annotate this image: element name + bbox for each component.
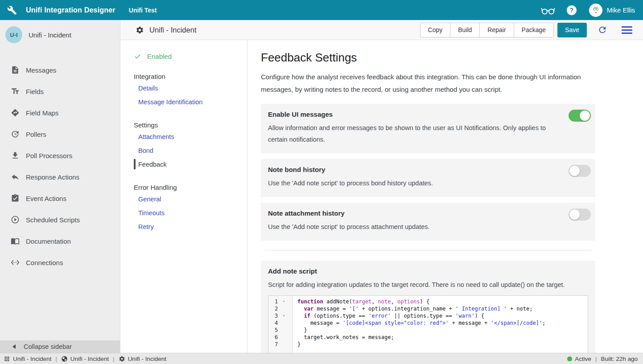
reply-icon — [11, 172, 20, 181]
sidebar-item-documentation[interactable]: Documentation — [0, 230, 120, 252]
built-label: Built: 22h ago — [601, 356, 638, 362]
gear-icon — [136, 26, 144, 34]
sidebar-item-label: Messages — [26, 66, 56, 74]
toggle-on[interactable] — [569, 110, 591, 122]
sidebar-item-scheduled-scripts[interactable]: Scheduled Scripts — [0, 209, 120, 230]
statusbar-item-label: Unifi - Incident — [13, 356, 51, 362]
setting-card-enable-ui-messages: Enable UI messagesAllow information and … — [261, 104, 595, 153]
collapse-arrow-icon — [12, 344, 16, 349]
sidebar-item-label: Event Actions — [26, 195, 66, 202]
page-title: Feedback Settings — [261, 51, 643, 65]
wrench-icon — [7, 5, 17, 15]
collapse-sidebar-button[interactable]: Collapse sidebar — [0, 340, 120, 353]
setting-description: Use the 'Add note script' to process bon… — [268, 177, 549, 189]
sidebar-item-label: Documentation — [26, 237, 71, 245]
sidebar-menu: MessagesFieldsField MapsPollersPoll Proc… — [0, 59, 120, 340]
code-line: var message = '[' + options.integration_… — [297, 305, 584, 312]
update-icon — [11, 130, 20, 139]
nav-link-details[interactable]: Details — [134, 81, 247, 95]
code-editor[interactable]: 1▾23▾4567function addNote(target, note, … — [268, 295, 588, 353]
check-icon — [134, 53, 141, 60]
nav-link-feedback[interactable]: Feedback — [134, 157, 247, 171]
setting-card-note-bond-history: Note bond historyUse the 'Add note scrip… — [261, 159, 595, 197]
save-button[interactable]: Save — [557, 23, 587, 37]
code-line: message = '[code]<span style="color: red… — [297, 319, 584, 327]
setting-card-note-attachment-history: Note attachment historyUse the 'Add note… — [261, 203, 595, 241]
user-name[interactable]: Mike Ellis — [607, 6, 635, 14]
statusbar-item-1[interactable]: Unifi - Incident — [61, 356, 109, 362]
play-circle-icon — [11, 215, 20, 224]
document-icon — [11, 65, 20, 74]
user-avatar[interactable] — [589, 4, 602, 17]
build-status: Active | Built: 22h ago — [567, 356, 638, 362]
nav-link-message-identification[interactable]: Message Identification — [134, 95, 247, 109]
code-line: } — [297, 327, 584, 334]
grid-icon — [4, 356, 10, 362]
setting-description: Use the 'Add note script' to process att… — [268, 221, 549, 233]
nav-link-timeouts[interactable]: Timeouts — [134, 206, 247, 220]
sidebar-item-connections[interactable]: Connections — [0, 252, 120, 273]
gear-icon — [119, 356, 125, 362]
sidebar-item-response-actions[interactable]: Response Actions — [0, 166, 120, 188]
statusbar-item-label: Unifi - Incident — [128, 356, 166, 362]
directions-icon — [11, 108, 20, 117]
sidebar: U-I Unifi - Incident MessagesFieldsField… — [0, 20, 120, 353]
menu-icon[interactable] — [622, 25, 632, 35]
sidebar-app-header: U-I Unifi - Incident — [0, 20, 120, 48]
add-note-script-card: Add note scriptScript for adding integra… — [261, 261, 595, 353]
record-header: Unifi - Incident CopyBuildRepairPackage … — [120, 20, 643, 40]
sidebar-item-label: Poll Processors — [26, 152, 72, 160]
settings-cards: Enable UI messagesAllow information and … — [261, 104, 595, 353]
setting-title: Note attachment history — [268, 209, 588, 217]
sidebar-item-pollers[interactable]: Pollers — [0, 123, 120, 145]
toggle-off[interactable] — [569, 209, 591, 221]
scope-icon — [61, 356, 68, 362]
active-dot-icon — [567, 356, 572, 361]
toggle-off[interactable] — [569, 165, 591, 177]
app-subtitle: Unifi Test — [129, 7, 157, 14]
enabled-status: Enabled — [134, 53, 247, 60]
record-title: Unifi - Incident — [149, 26, 196, 34]
setting-title: Note bond history — [268, 166, 588, 173]
statusbar-item-0[interactable]: Unifi - Incident — [4, 356, 51, 362]
script-card-description: Script for adding integration updates to… — [268, 279, 588, 290]
header-button-group: CopyBuildRepairPackage — [420, 23, 554, 37]
sidebar-item-messages[interactable]: Messages — [0, 59, 120, 81]
app-title: Unifi Integration Designer — [26, 6, 115, 14]
code-line: } — [297, 341, 584, 348]
sidebar-item-fields[interactable]: Fields — [0, 81, 120, 102]
help-icon[interactable]: ? — [567, 5, 577, 15]
code-line: if (options.type == 'error' || options.t… — [297, 312, 584, 319]
code-line: function addNote(target, note, options) … — [297, 298, 584, 305]
nav-section-settings: Settings — [134, 121, 247, 129]
copy-button[interactable]: Copy — [420, 23, 451, 37]
sidebar-item-label: Response Actions — [26, 173, 79, 181]
download-icon — [11, 151, 20, 160]
fold-arrow-icon[interactable]: ▾ — [283, 312, 289, 319]
sidebar-item-poll-processors[interactable]: Poll Processors — [0, 145, 120, 166]
build-button[interactable]: Build — [450, 23, 480, 37]
topbar: Unifi Integration Designer Unifi Test ? … — [0, 0, 643, 20]
settings-nav: Enabled IntegrationDetailsMessage Identi… — [120, 40, 247, 353]
nav-link-retry[interactable]: Retry — [134, 220, 247, 233]
script-card-title: Add note script — [268, 267, 588, 275]
sidebar-item-label: Pollers — [26, 131, 46, 138]
sidebar-item-label: Scheduled Scripts — [26, 216, 80, 224]
statusbar-item-2[interactable]: Unifi - Incident — [119, 356, 166, 362]
statusbar: Unifi - Incident|Unifi - Incident|Unifi … — [0, 353, 643, 364]
nav-link-bond[interactable]: Bond — [134, 143, 247, 157]
package-button[interactable]: Package — [514, 23, 554, 37]
setting-description: Allow information and error messages to … — [268, 122, 549, 145]
nav-link-attachments[interactable]: Attachments — [134, 130, 247, 143]
app-name: Unifi - Incident — [29, 31, 71, 39]
sidebar-item-label: Connections — [26, 259, 63, 266]
sidebar-item-field-maps[interactable]: Field Maps — [0, 102, 120, 123]
fold-arrow-icon[interactable]: ▾ — [283, 298, 289, 305]
refresh-icon[interactable] — [598, 25, 607, 35]
repair-button[interactable]: Repair — [479, 23, 514, 37]
nav-link-general[interactable]: General — [134, 192, 247, 206]
setting-title: Enable UI messages — [268, 110, 588, 118]
sidebar-item-event-actions[interactable]: Event Actions — [0, 188, 120, 209]
statusbar-item-label: Unifi - Incident — [70, 356, 109, 362]
glasses-icon[interactable] — [541, 5, 555, 16]
